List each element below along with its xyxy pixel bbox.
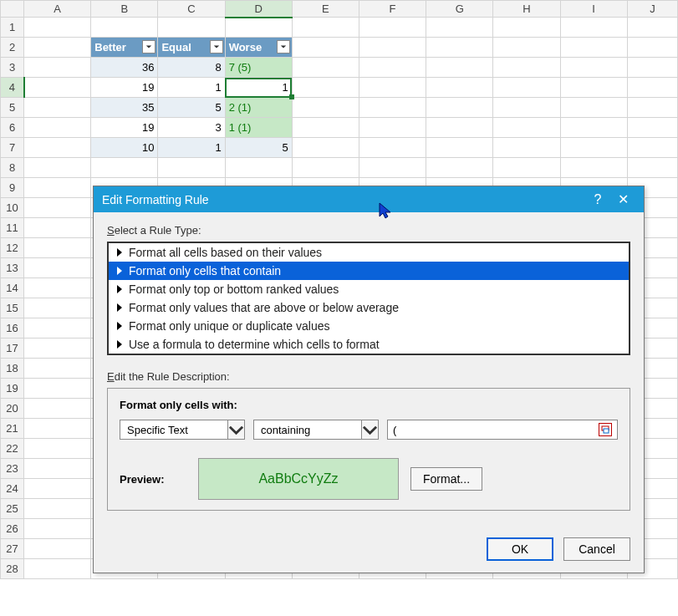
cell[interactable] [292, 58, 359, 78]
cell[interactable] [426, 38, 493, 58]
select-all-corner[interactable] [1, 1, 24, 18]
rule-type-item[interactable]: Format all cells based on their values [109, 243, 629, 262]
cell[interactable] [24, 399, 91, 419]
cell[interactable] [359, 58, 426, 78]
cell[interactable] [24, 539, 91, 559]
cell[interactable]: 19 [91, 118, 158, 138]
cell[interactable] [560, 58, 627, 78]
row-header[interactable]: 1 [1, 18, 24, 38]
cell[interactable] [292, 158, 359, 178]
cell[interactable]: 5 [225, 138, 292, 158]
col-header-I[interactable]: I [560, 1, 627, 18]
row-header[interactable]: 23 [1, 459, 24, 479]
row-header[interactable]: 5 [1, 98, 24, 118]
cell[interactable] [24, 18, 91, 38]
cell[interactable] [292, 118, 359, 138]
cell[interactable] [426, 98, 493, 118]
cell[interactable] [426, 158, 493, 178]
row-header[interactable]: 24 [1, 479, 24, 499]
col-header-F[interactable]: F [359, 1, 426, 18]
col-header-G[interactable]: G [426, 1, 493, 18]
cell[interactable] [292, 38, 359, 58]
cell[interactable] [426, 78, 493, 98]
row-header[interactable]: 22 [1, 439, 24, 459]
cell[interactable]: 36 [91, 58, 158, 78]
cell[interactable] [493, 138, 560, 158]
row-header[interactable]: 18 [1, 359, 24, 379]
cell[interactable] [359, 78, 426, 98]
filter-dropdown-icon[interactable] [142, 40, 155, 53]
format-button[interactable]: Format... [410, 467, 482, 491]
cell[interactable] [493, 18, 560, 38]
col-header-D[interactable]: D [225, 1, 292, 18]
row-header[interactable]: 25 [1, 499, 24, 519]
cell[interactable] [24, 178, 91, 198]
cell[interactable] [493, 38, 560, 58]
cell[interactable] [493, 118, 560, 138]
cell[interactable] [627, 58, 677, 78]
row-header[interactable]: 27 [1, 539, 24, 559]
cell[interactable] [627, 138, 677, 158]
row-header[interactable]: 8 [1, 158, 24, 178]
row-header[interactable]: 16 [1, 318, 24, 339]
row-header[interactable]: 10 [1, 198, 24, 218]
cell[interactable] [24, 459, 91, 479]
cell[interactable] [91, 18, 158, 38]
cell[interactable] [24, 158, 91, 178]
operator-dropdown[interactable]: containing [253, 420, 379, 440]
row-header[interactable]: 3 [1, 58, 24, 78]
cell[interactable] [24, 58, 91, 78]
cell[interactable] [24, 339, 91, 359]
cell[interactable] [24, 138, 91, 158]
row-header[interactable]: 2 [1, 38, 24, 58]
cell[interactable] [24, 298, 91, 318]
row-header[interactable]: 6 [1, 118, 24, 138]
dropdown-arrow-icon[interactable] [227, 420, 244, 439]
col-header-B[interactable]: B [91, 1, 158, 18]
rule-type-item[interactable]: Format only values that are above or bel… [109, 298, 629, 317]
cell[interactable]: 1 [225, 78, 292, 98]
row-header[interactable]: 21 [1, 419, 24, 439]
cell[interactable] [627, 98, 677, 118]
row-header[interactable]: 15 [1, 298, 24, 318]
cell[interactable] [24, 439, 91, 459]
row-header[interactable]: 11 [1, 218, 24, 238]
filter-dropdown-icon[interactable] [210, 40, 223, 53]
cell[interactable] [359, 18, 426, 38]
rule-type-item[interactable]: Format only unique or duplicate values [109, 317, 629, 335]
col-header-C[interactable]: C [158, 1, 225, 18]
cell[interactable] [359, 38, 426, 58]
cell[interactable]: Equal [158, 38, 225, 58]
row-header[interactable]: 4 [1, 78, 24, 98]
dropdown-arrow-icon[interactable] [361, 420, 378, 439]
col-header-H[interactable]: H [493, 1, 560, 18]
cell[interactable]: 35 [91, 98, 158, 118]
row-header[interactable]: 19 [1, 379, 24, 399]
cell[interactable] [292, 78, 359, 98]
row-header[interactable]: 9 [1, 178, 24, 198]
row-header[interactable]: 13 [1, 258, 24, 278]
col-header-A[interactable]: A [24, 1, 91, 18]
row-header[interactable]: 7 [1, 138, 24, 158]
range-selector-icon[interactable] [599, 423, 612, 436]
row-header[interactable]: 28 [1, 559, 24, 579]
cell[interactable]: 7 (5) [225, 58, 292, 78]
dialog-close-button[interactable]: ✕ [610, 191, 635, 207]
cell[interactable]: 1 (1) [225, 118, 292, 138]
cell[interactable]: 5 [158, 98, 225, 118]
dialog-titlebar[interactable]: Edit Formatting Rule ? ✕ [94, 186, 644, 212]
cell[interactable] [24, 98, 91, 118]
cell[interactable]: 2 (1) [225, 98, 292, 118]
value-input[interactable]: ( [387, 420, 618, 440]
col-header-J[interactable]: J [627, 1, 677, 18]
cell[interactable] [24, 78, 91, 98]
cell[interactable] [24, 238, 91, 258]
rule-type-item[interactable]: Use a formula to determine which cells t… [109, 335, 629, 354]
cell[interactable] [560, 98, 627, 118]
cell[interactable]: Worse [225, 38, 292, 58]
cell[interactable] [493, 58, 560, 78]
cell[interactable] [24, 359, 91, 379]
cell[interactable]: 10 [91, 138, 158, 158]
cell[interactable] [359, 118, 426, 138]
cell[interactable] [560, 78, 627, 98]
